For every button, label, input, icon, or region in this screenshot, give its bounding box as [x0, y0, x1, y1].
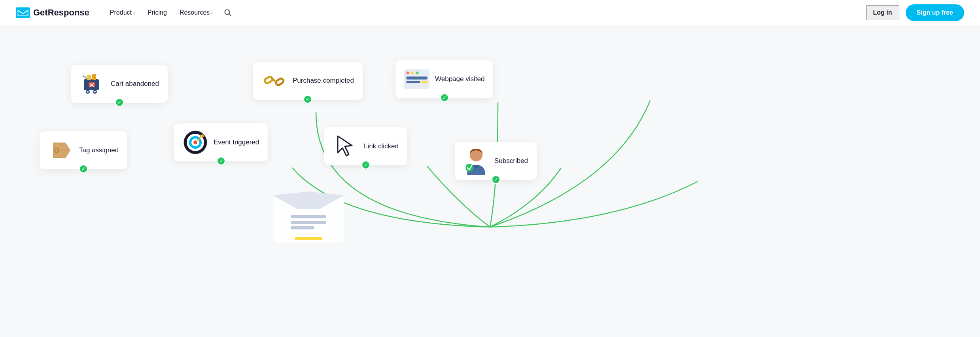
event-triggered-label: Event triggered	[214, 138, 259, 146]
login-button[interactable]: Log in	[866, 5, 899, 20]
nav-pricing[interactable]: Pricing	[143, 6, 172, 19]
svg-rect-38	[291, 221, 326, 224]
signup-button[interactable]: Sign up free	[906, 4, 964, 21]
email-icon	[269, 180, 348, 247]
nav-links: Product › Pricing Resources ›	[105, 6, 866, 20]
search-button[interactable]	[221, 6, 235, 20]
chevron-icon: ›	[133, 10, 135, 15]
chevron-icon: ›	[211, 10, 213, 15]
card-tag-assigned: Tag assigned ✓	[40, 131, 127, 169]
svg-rect-37	[291, 215, 326, 218]
webpage-icon	[404, 66, 429, 92]
tag-assigned-label: Tag assigned	[79, 146, 119, 154]
cursor-icon	[333, 134, 358, 159]
svg-rect-40	[295, 237, 322, 240]
logo[interactable]: GetResponse	[16, 7, 89, 18]
check-badge-webpage: ✓	[440, 93, 449, 102]
navbar: GetResponse Product › Pricing Resources …	[0, 0, 980, 25]
svg-rect-36	[285, 209, 332, 241]
card-event-triggered: Event triggered ✓	[174, 123, 268, 161]
card-link-clicked: Link clicked ✓	[324, 127, 407, 165]
purchase-completed-label: Purchase completed	[293, 77, 354, 85]
svg-point-18	[411, 72, 414, 74]
link-clicked-label: Link clicked	[364, 142, 399, 150]
check-badge-cart: ✓	[115, 98, 124, 107]
svg-point-33	[465, 164, 473, 172]
subscribed-label: Subscribed	[494, 157, 528, 165]
check-badge-link: ✓	[361, 161, 370, 169]
logo-text: GetResponse	[33, 8, 89, 18]
nav-resources[interactable]: Resources ›	[175, 6, 218, 19]
svg-point-8	[87, 91, 89, 93]
svg-marker-31	[338, 136, 352, 156]
nav-product[interactable]: Product ›	[105, 6, 140, 19]
svg-point-17	[406, 72, 409, 74]
cart-abandoned-label: Cart abandoned	[111, 80, 159, 88]
svg-rect-20	[406, 77, 427, 80]
svg-point-10	[94, 91, 96, 93]
webpage-visited-label: Webpage visited	[435, 75, 484, 83]
card-webpage-visited: Webpage visited ✓	[395, 60, 493, 98]
target-icon	[183, 130, 208, 155]
svg-line-2	[229, 14, 231, 16]
card-subscribed: Subscribed ✓	[455, 142, 537, 180]
card-cart-abandoned: Cart abandoned ✓	[71, 65, 168, 103]
person-icon	[464, 148, 489, 174]
tag-icon	[48, 138, 74, 163]
svg-rect-21	[406, 81, 420, 83]
check-badge-tag: ✓	[79, 165, 88, 173]
svg-point-28	[193, 140, 197, 144]
svg-point-19	[416, 72, 418, 74]
check-badge-purchase: ✓	[303, 95, 312, 104]
svg-rect-22	[422, 81, 428, 83]
nav-actions: Log in Sign up free	[866, 4, 964, 21]
cart-icon	[80, 71, 105, 97]
svg-rect-13	[264, 76, 273, 84]
search-icon	[224, 9, 232, 17]
center-email	[269, 180, 348, 248]
check-badge-event: ✓	[217, 157, 225, 165]
chain-icon	[262, 68, 287, 93]
check-badge-subscribed: ✓	[492, 175, 500, 184]
svg-rect-12	[92, 74, 96, 80]
svg-rect-39	[291, 226, 314, 229]
card-purchase-completed: Purchase completed ✓	[253, 62, 363, 100]
svg-rect-11	[87, 75, 91, 80]
diagram-area: Cart abandoned ✓ Purchase completed ✓	[0, 25, 980, 337]
logo-icon	[16, 7, 30, 18]
